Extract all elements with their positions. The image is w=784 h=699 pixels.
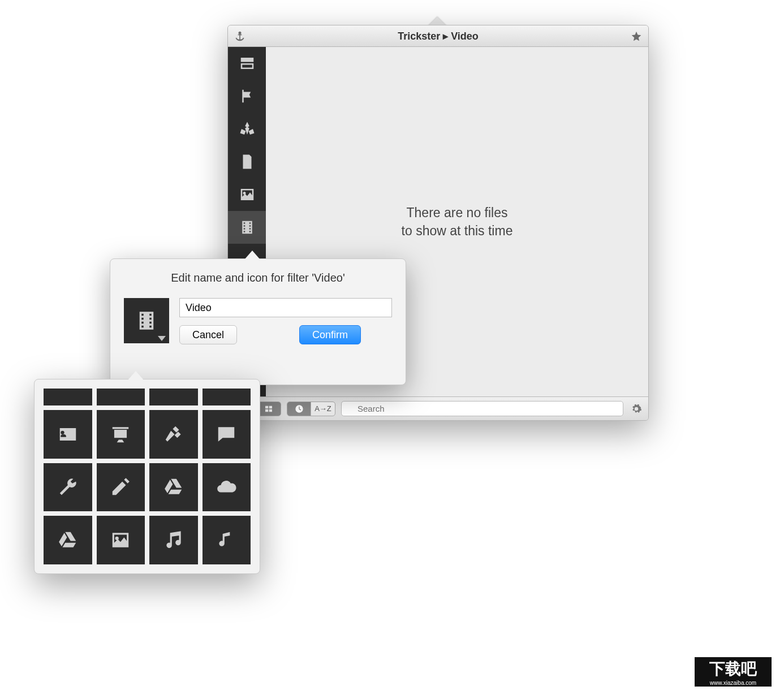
icon-grid (44, 389, 251, 564)
icon-option-blank[interactable] (97, 389, 145, 405)
icon-option-gavel[interactable] (149, 410, 198, 459)
sidebar-item-apps[interactable] (228, 113, 266, 145)
empty-message: There are no files to show at this time (402, 204, 513, 240)
edit-popover-title: Edit name and icon for filter 'Video' (124, 271, 392, 284)
sidebar-item-image[interactable] (228, 178, 266, 211)
sidebar-item-inbox[interactable] (228, 47, 266, 80)
search-wrap (341, 401, 623, 416)
sort-az-button[interactable]: A→Z (311, 402, 335, 416)
sidebar-item-document[interactable] (228, 145, 266, 178)
star-icon[interactable] (630, 30, 643, 42)
sidebar-item-flag[interactable] (228, 80, 266, 113)
icon-option-chat[interactable] (203, 410, 251, 459)
icon-option-presentation[interactable] (97, 410, 145, 459)
watermark-url: www.xiazaiba.com (710, 680, 756, 686)
footer: A→Z (228, 396, 648, 420)
chevron-down-icon (158, 336, 166, 341)
icon-picker-popover (34, 379, 260, 574)
icon-option-blank[interactable] (203, 389, 251, 405)
icon-picker-button[interactable] (124, 298, 169, 343)
icon-option-music[interactable] (149, 516, 198, 564)
search-input[interactable] (341, 401, 623, 416)
icon-option-gdrive[interactable] (149, 463, 198, 512)
settings-button[interactable] (629, 403, 644, 415)
icon-option-id-card[interactable] (44, 410, 92, 459)
sort-segment: A→Z (287, 402, 335, 416)
icon-popover-caret (128, 371, 144, 380)
titlebar: Trickster ▸ Video (228, 25, 648, 47)
view-grid-button[interactable] (257, 402, 281, 416)
sidebar-item-video[interactable] (228, 211, 266, 244)
window-title: Trickster ▸ Video (246, 30, 630, 42)
anchor-icon[interactable] (234, 30, 246, 42)
filter-name-input[interactable] (179, 298, 392, 317)
watermark-text: 下载吧 (709, 658, 757, 680)
icon-option-note[interactable] (203, 516, 251, 564)
cancel-button[interactable]: Cancel (179, 325, 237, 344)
icon-option-pencil[interactable] (97, 463, 145, 512)
icon-option-blank[interactable] (44, 389, 92, 405)
icon-option-wrench[interactable] (44, 463, 92, 512)
icon-option-image[interactable] (97, 516, 145, 564)
edit-popover-caret (244, 251, 260, 260)
confirm-button[interactable]: Confirm (299, 325, 361, 344)
icon-option-cloud[interactable] (203, 463, 251, 512)
empty-line-2: to show at this time (402, 222, 513, 240)
icon-option-blank[interactable] (149, 389, 198, 405)
empty-line-1: There are no files (402, 204, 513, 222)
edit-popover: Edit name and icon for filter 'Video' Ca… (110, 258, 406, 385)
icon-option-gdrive-alt[interactable] (44, 516, 92, 564)
sort-recent-button[interactable] (287, 402, 311, 416)
watermark: 下载吧 www.xiazaiba.com (693, 656, 773, 688)
